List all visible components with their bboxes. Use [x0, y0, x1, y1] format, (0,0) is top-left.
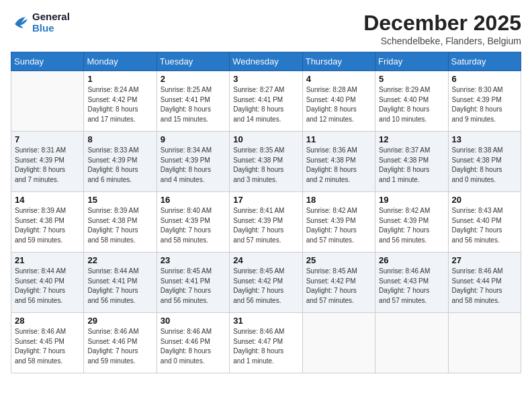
day-info: Sunrise: 8:39 AM Sunset: 4:38 PM Dayligh… — [15, 206, 80, 245]
day-number: 9 — [161, 134, 226, 144]
day-info: Sunrise: 8:30 AM Sunset: 4:39 PM Dayligh… — [452, 85, 517, 124]
day-info: Sunrise: 8:27 AM Sunset: 4:41 PM Dayligh… — [233, 85, 298, 124]
day-info: Sunrise: 8:36 AM Sunset: 4:38 PM Dayligh… — [306, 146, 371, 185]
day-of-week-header: Sunday — [11, 52, 84, 71]
day-number: 2 — [161, 74, 226, 84]
day-number: 4 — [306, 74, 371, 84]
day-info: Sunrise: 8:25 AM Sunset: 4:41 PM Dayligh… — [161, 85, 226, 124]
day-number: 22 — [87, 255, 152, 265]
day-number: 24 — [233, 255, 298, 265]
day-info: Sunrise: 8:46 AM Sunset: 4:44 PM Dayligh… — [452, 267, 517, 306]
calendar-cell: 6Sunrise: 8:30 AM Sunset: 4:39 PM Daylig… — [448, 71, 521, 132]
day-number: 16 — [161, 195, 226, 205]
day-of-week-header: Tuesday — [157, 52, 229, 71]
calendar-cell — [375, 313, 448, 373]
day-number: 18 — [306, 195, 371, 205]
calendar-cell — [11, 71, 84, 132]
logo-text: General Blue — [32, 11, 70, 34]
calendar-cell: 23Sunrise: 8:45 AM Sunset: 4:41 PM Dayli… — [157, 253, 229, 313]
day-info: Sunrise: 8:41 AM Sunset: 4:39 PM Dayligh… — [233, 206, 298, 245]
calendar-cell: 18Sunrise: 8:42 AM Sunset: 4:39 PM Dayli… — [302, 192, 375, 253]
day-of-week-header: Thursday — [302, 52, 375, 71]
day-of-week-header: Saturday — [448, 52, 521, 71]
day-info: Sunrise: 8:33 AM Sunset: 4:39 PM Dayligh… — [87, 146, 152, 185]
calendar-cell: 9Sunrise: 8:34 AM Sunset: 4:39 PM Daylig… — [157, 132, 229, 192]
day-info: Sunrise: 8:46 AM Sunset: 4:46 PM Dayligh… — [87, 327, 152, 366]
day-number: 29 — [87, 316, 152, 326]
day-number: 3 — [233, 74, 298, 84]
month-title: December 2025 — [363, 11, 521, 36]
day-info: Sunrise: 8:39 AM Sunset: 4:38 PM Dayligh… — [87, 206, 152, 245]
day-number: 26 — [379, 255, 444, 265]
day-number: 20 — [452, 195, 517, 205]
calendar-cell: 30Sunrise: 8:46 AM Sunset: 4:46 PM Dayli… — [157, 313, 229, 373]
calendar-cell: 3Sunrise: 8:27 AM Sunset: 4:41 PM Daylig… — [230, 71, 302, 132]
calendar-cell: 14Sunrise: 8:39 AM Sunset: 4:38 PM Dayli… — [11, 192, 84, 253]
day-info: Sunrise: 8:38 AM Sunset: 4:38 PM Dayligh… — [452, 146, 517, 185]
day-info: Sunrise: 8:46 AM Sunset: 4:45 PM Dayligh… — [15, 327, 80, 366]
day-info: Sunrise: 8:42 AM Sunset: 4:39 PM Dayligh… — [306, 206, 371, 245]
calendar-cell: 8Sunrise: 8:33 AM Sunset: 4:39 PM Daylig… — [84, 132, 157, 192]
day-info: Sunrise: 8:46 AM Sunset: 4:46 PM Dayligh… — [161, 327, 226, 366]
day-number: 19 — [379, 195, 444, 205]
calendar-cell: 19Sunrise: 8:42 AM Sunset: 4:39 PM Dayli… — [375, 192, 448, 253]
day-number: 1 — [87, 74, 152, 84]
day-of-week-header: Friday — [375, 52, 448, 71]
day-number: 23 — [161, 255, 226, 265]
day-of-week-header: Wednesday — [230, 52, 302, 71]
day-number: 14 — [15, 195, 80, 205]
day-number: 12 — [379, 134, 444, 144]
calendar-cell: 15Sunrise: 8:39 AM Sunset: 4:38 PM Dayli… — [84, 192, 157, 253]
day-info: Sunrise: 8:44 AM Sunset: 4:40 PM Dayligh… — [15, 267, 80, 306]
day-number: 31 — [233, 316, 298, 326]
calendar-cell: 7Sunrise: 8:31 AM Sunset: 4:39 PM Daylig… — [11, 132, 84, 192]
logo-icon — [11, 13, 30, 32]
day-info: Sunrise: 8:42 AM Sunset: 4:39 PM Dayligh… — [379, 206, 444, 245]
calendar-cell: 29Sunrise: 8:46 AM Sunset: 4:46 PM Dayli… — [84, 313, 157, 373]
day-number: 13 — [452, 134, 517, 144]
calendar-cell: 22Sunrise: 8:44 AM Sunset: 4:41 PM Dayli… — [84, 253, 157, 313]
calendar-cell: 20Sunrise: 8:43 AM Sunset: 4:40 PM Dayli… — [448, 192, 521, 253]
location: Schendelbeke, Flanders, Belgium — [363, 36, 521, 46]
title-section: December 2025 Schendelbeke, Flanders, Be… — [363, 11, 521, 46]
day-number: 17 — [233, 195, 298, 205]
day-info: Sunrise: 8:24 AM Sunset: 4:42 PM Dayligh… — [87, 85, 152, 124]
day-info: Sunrise: 8:45 AM Sunset: 4:42 PM Dayligh… — [233, 267, 298, 306]
calendar-cell: 24Sunrise: 8:45 AM Sunset: 4:42 PM Dayli… — [230, 253, 302, 313]
calendar-cell: 11Sunrise: 8:36 AM Sunset: 4:38 PM Dayli… — [302, 132, 375, 192]
day-info: Sunrise: 8:40 AM Sunset: 4:39 PM Dayligh… — [161, 206, 226, 245]
calendar-cell: 17Sunrise: 8:41 AM Sunset: 4:39 PM Dayli… — [230, 192, 302, 253]
day-info: Sunrise: 8:46 AM Sunset: 4:47 PM Dayligh… — [233, 327, 298, 366]
calendar-cell: 16Sunrise: 8:40 AM Sunset: 4:39 PM Dayli… — [157, 192, 229, 253]
day-info: Sunrise: 8:31 AM Sunset: 4:39 PM Dayligh… — [15, 146, 80, 185]
day-info: Sunrise: 8:34 AM Sunset: 4:39 PM Dayligh… — [161, 146, 226, 185]
day-number: 25 — [306, 255, 371, 265]
day-info: Sunrise: 8:45 AM Sunset: 4:41 PM Dayligh… — [161, 267, 226, 306]
calendar-cell: 12Sunrise: 8:37 AM Sunset: 4:38 PM Dayli… — [375, 132, 448, 192]
day-number: 7 — [15, 134, 80, 144]
calendar-cell — [302, 313, 375, 373]
day-number: 10 — [233, 134, 298, 144]
day-number: 21 — [15, 255, 80, 265]
calendar-cell: 21Sunrise: 8:44 AM Sunset: 4:40 PM Dayli… — [11, 253, 84, 313]
calendar-cell: 4Sunrise: 8:28 AM Sunset: 4:40 PM Daylig… — [302, 71, 375, 132]
day-of-week-header: Monday — [84, 52, 157, 71]
day-number: 8 — [87, 134, 152, 144]
calendar-cell: 25Sunrise: 8:45 AM Sunset: 4:42 PM Dayli… — [302, 253, 375, 313]
day-info: Sunrise: 8:35 AM Sunset: 4:38 PM Dayligh… — [233, 146, 298, 185]
calendar-cell: 28Sunrise: 8:46 AM Sunset: 4:45 PM Dayli… — [11, 313, 84, 373]
day-number: 6 — [452, 74, 517, 84]
day-number: 5 — [379, 74, 444, 84]
calendar-cell: 2Sunrise: 8:25 AM Sunset: 4:41 PM Daylig… — [157, 71, 229, 132]
day-info: Sunrise: 8:46 AM Sunset: 4:43 PM Dayligh… — [379, 267, 444, 306]
day-number: 30 — [161, 316, 226, 326]
day-number: 28 — [15, 316, 80, 326]
day-number: 15 — [87, 195, 152, 205]
calendar-table: SundayMondayTuesdayWednesdayThursdayFrid… — [11, 52, 521, 373]
calendar-cell — [448, 313, 521, 373]
day-number: 27 — [452, 255, 517, 265]
day-info: Sunrise: 8:37 AM Sunset: 4:38 PM Dayligh… — [379, 146, 444, 185]
day-info: Sunrise: 8:28 AM Sunset: 4:40 PM Dayligh… — [306, 85, 371, 124]
calendar-cell: 31Sunrise: 8:46 AM Sunset: 4:47 PM Dayli… — [230, 313, 302, 373]
calendar-header: SundayMondayTuesdayWednesdayThursdayFrid… — [11, 52, 521, 71]
